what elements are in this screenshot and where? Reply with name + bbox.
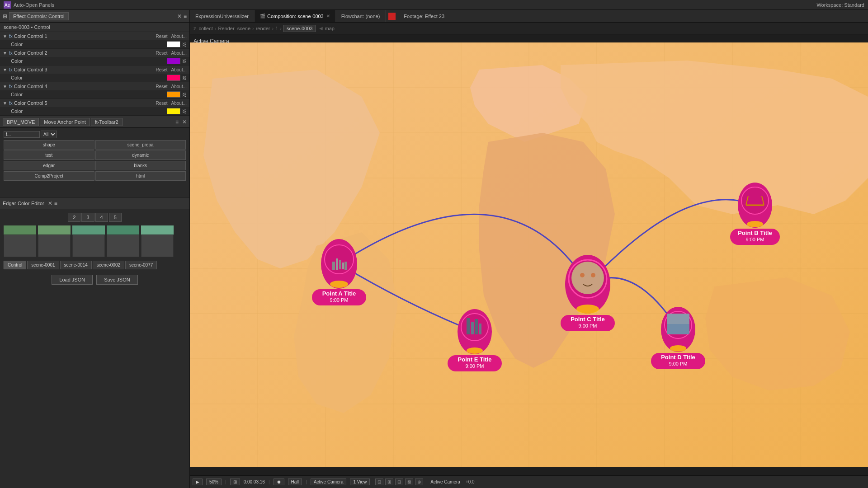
- toolbar-filter-select[interactable]: All: [41, 131, 57, 138]
- toolbar-content: All shapescene_prepatestdynamicedgarblan…: [0, 128, 189, 183]
- cc-arrow-3: ▼: [3, 67, 7, 72]
- breadcrumb-item-3[interactable]: 1: [275, 26, 278, 31]
- swatch-top-1[interactable]: [38, 225, 71, 235]
- edgar-actions-row: Load JSON Save JSON: [2, 273, 188, 286]
- cc-reset-1[interactable]: Reset: [156, 34, 167, 39]
- swatch-bottom-1[interactable]: [38, 235, 71, 257]
- swatch-bottom-0[interactable]: [4, 235, 36, 257]
- effect-controls-panel: scene-0003 • Control ▼ fx Color Control …: [0, 23, 189, 116]
- cc-about-3[interactable]: About...: [171, 67, 187, 72]
- cc-chain-5[interactable]: ⛓: [182, 109, 187, 114]
- edgar-tab-5[interactable]: 5: [109, 213, 122, 222]
- toolbar-btn-edgar[interactable]: edgar: [4, 161, 94, 170]
- comp-tab-0[interactable]: ExpressionUniversalizer: [190, 10, 255, 22]
- toolbar-btn-test[interactable]: test: [4, 150, 94, 160]
- breadcrumb-item-1[interactable]: Render_scene: [218, 26, 250, 31]
- save-json-btn[interactable]: Save JSON: [96, 275, 137, 285]
- cc-fx-5: fx: [9, 101, 13, 106]
- cc-about-2[interactable]: About...: [171, 51, 187, 56]
- cc-swatch-3[interactable]: [167, 75, 180, 81]
- toolbar-buttons-grid: shapescene_prepatestdynamicedgarblanksCo…: [2, 139, 188, 182]
- cc-swatch-4[interactable]: [167, 91, 180, 98]
- comp-tab-2[interactable]: Flowchart: (none): [336, 10, 386, 22]
- svg-text:9:00 PM: 9:00 PM: [466, 363, 484, 369]
- breadcrumb-item-0[interactable]: z_collect: [193, 26, 213, 31]
- toolbar-btn-scene_prepa[interactable]: scene_prepa: [95, 140, 186, 150]
- plus-value: +0.0: [466, 479, 475, 484]
- comp-tab-close-1[interactable]: ✕: [326, 14, 330, 19]
- scene-btn-scene-0001[interactable]: scene-0001: [27, 261, 59, 269]
- toolbar-btn-html[interactable]: html: [95, 171, 186, 181]
- swatch-bottom-3[interactable]: [107, 235, 139, 257]
- cc-chain-1[interactable]: ⛓: [182, 42, 187, 47]
- scene-btn-scene-0077[interactable]: scene-0077: [125, 261, 157, 269]
- cc-about-1[interactable]: About...: [171, 34, 187, 39]
- scene-btn-control[interactable]: Control: [4, 261, 26, 269]
- effect-controls-tab[interactable]: Effect Controls: Control: [9, 12, 69, 20]
- frame-btn[interactable]: ⊞: [230, 479, 240, 485]
- cc-chain-2[interactable]: ⛓: [182, 59, 187, 64]
- comp-tab-3[interactable]: Footage: Effect 23: [398, 10, 450, 22]
- view-count-btn[interactable]: 1 View: [350, 479, 370, 485]
- view-btn[interactable]: Active Camera: [311, 479, 347, 485]
- swatch-top-2[interactable]: [72, 225, 105, 235]
- preview-btn[interactable]: ▶: [193, 479, 203, 485]
- toolbar-tab-bpm_move[interactable]: BPM_MOVE: [3, 118, 39, 126]
- comp-tab-label-1: Composition: scene-0003: [267, 14, 324, 19]
- cc-chain-4[interactable]: ⛓: [182, 92, 187, 97]
- svg-rect-25: [342, 263, 344, 269]
- quality-btn[interactable]: Half: [288, 479, 302, 485]
- bb-icon4: ⊠: [405, 479, 413, 485]
- swatch-top-0[interactable]: [4, 225, 36, 235]
- zoom-btn[interactable]: 50%: [206, 479, 222, 485]
- render-btn[interactable]: ⏺: [274, 479, 284, 485]
- toolbar-search-row: All: [2, 130, 188, 139]
- toolbar-menu-btn[interactable]: ≡: [175, 119, 179, 125]
- toolbar-search-input[interactable]: [4, 131, 40, 138]
- cc-reset-4[interactable]: Reset: [156, 84, 167, 89]
- swatch-top-4[interactable]: [141, 225, 174, 235]
- svg-rect-23: [336, 258, 338, 270]
- swatch-bottom-4[interactable]: [141, 235, 174, 257]
- edgar-menu-btn[interactable]: ≡: [54, 200, 57, 206]
- bb-sep3: |: [306, 479, 307, 484]
- toolbar-btn-shape[interactable]: shape: [4, 140, 94, 150]
- swatch-bottom-2[interactable]: [72, 235, 105, 257]
- breadcrumb-item-2[interactable]: render: [256, 26, 270, 31]
- scene-btn-scene-0002[interactable]: scene-0002: [93, 261, 124, 269]
- swatch-col-2: [72, 225, 105, 257]
- active-camera-bottom: Active Camera: [430, 479, 460, 484]
- svg-point-63: [467, 347, 483, 354]
- toolbar-btn-comp2project[interactable]: Comp2Project: [4, 171, 94, 181]
- cc-color-label-2: Color: [11, 58, 167, 64]
- svg-text:9:00 PM: 9:00 PM: [330, 297, 349, 303]
- cc-swatch-5[interactable]: [167, 108, 180, 114]
- cc-reset-5[interactable]: Reset: [156, 101, 167, 106]
- toolbar-tab-move-anchor-point[interactable]: Move Anchor Point: [40, 118, 90, 126]
- edgar-tab-2[interactable]: 2: [68, 213, 80, 222]
- scene-btn-scene-0014[interactable]: scene-0014: [60, 261, 92, 269]
- toolbar-tab-ft-toolbar2[interactable]: ft-Toolbar2: [91, 118, 123, 126]
- cc-reset-2[interactable]: Reset: [156, 51, 167, 56]
- cc-swatch-2[interactable]: [167, 58, 180, 64]
- cc-swatch-1[interactable]: [167, 41, 180, 47]
- swatch-top-3[interactable]: [107, 225, 139, 235]
- panel-menu-btn[interactable]: ≡: [184, 13, 187, 19]
- toolbar-close-btn[interactable]: ✕: [182, 119, 187, 125]
- toolbar-btn-dynamic[interactable]: dynamic: [95, 150, 186, 160]
- color-control-5: ▼ fx Color Control 5 Reset About... Colo…: [0, 99, 189, 116]
- cc-reset-3[interactable]: Reset: [156, 67, 167, 72]
- comp-tab-1[interactable]: 🎬Composition: scene-0003✕: [255, 10, 336, 22]
- cc-about-5[interactable]: About...: [171, 101, 187, 106]
- toolbar-btn-blanks[interactable]: blanks: [95, 161, 186, 170]
- cc-about-4[interactable]: About...: [171, 84, 187, 89]
- breadcrumb-comp-btn[interactable]: scene-0003: [283, 25, 316, 32]
- load-json-btn[interactable]: Load JSON: [52, 275, 93, 285]
- edgar-close-btn[interactable]: ✕: [48, 200, 52, 206]
- edgar-panel: Edgar-Color-Editor ✕ ≡ 2345 Controlscene…: [0, 197, 189, 488]
- panel-close-btn[interactable]: ✕: [177, 13, 182, 19]
- breadcrumb-item-5[interactable]: map: [325, 26, 334, 31]
- edgar-tab-3[interactable]: 3: [81, 213, 94, 222]
- edgar-tab-4[interactable]: 4: [95, 213, 108, 222]
- cc-chain-3[interactable]: ⛓: [182, 75, 187, 80]
